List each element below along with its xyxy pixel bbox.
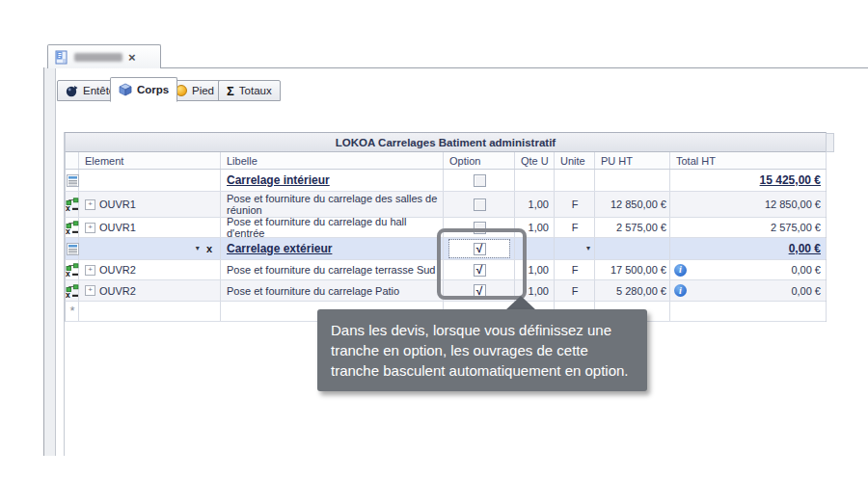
col-header-indicator: [66, 152, 79, 170]
ouvrage-icon: x: [66, 198, 79, 211]
row-indicator[interactable]: x: [66, 218, 79, 237]
svg-text:x: x: [66, 289, 70, 297]
element-cell[interactable]: ▾ x: [79, 238, 221, 259]
tooltip-text: Dans les devis, lorsque vous définissez …: [331, 322, 629, 379]
col-header-element[interactable]: Element: [79, 152, 221, 170]
tab-corps[interactable]: Corps: [110, 77, 177, 102]
row-indicator[interactable]: [66, 238, 79, 259]
document-tab[interactable]: ×: [47, 44, 161, 68]
tab-label: Corps: [137, 84, 169, 95]
entete-icon: [66, 85, 78, 97]
expand-icon[interactable]: +: [85, 285, 95, 296]
col-header-unite[interactable]: Unite: [555, 152, 595, 170]
total-cell[interactable]: 2 575,00 €: [670, 218, 827, 237]
col-header-puht[interactable]: PU HT: [595, 152, 670, 170]
total-cell[interactable]: 0,00 €: [670, 238, 827, 259]
tooltip-arrow: [505, 296, 536, 310]
unite-cell[interactable]: F: [555, 280, 595, 301]
document-icon: [54, 50, 68, 65]
element-cell[interactable]: + OUVR1: [79, 192, 221, 217]
tab-label: Pied: [192, 85, 214, 96]
close-icon[interactable]: ×: [128, 51, 136, 64]
unite-cell[interactable]: ▾: [555, 238, 595, 259]
row-indicator[interactable]: [66, 170, 79, 191]
pu-cell[interactable]: 17 500,00 €: [595, 260, 670, 279]
tab-totaux[interactable]: Σ Totaux: [218, 80, 281, 101]
pane-border: [148, 67, 868, 68]
element-cell[interactable]: [79, 170, 221, 191]
new-row-icon: *: [69, 305, 74, 317]
element-cell[interactable]: + OUVR2: [79, 260, 221, 279]
ouvrage-icon: x: [66, 263, 79, 277]
dropdown-icon[interactable]: ▾: [586, 243, 590, 254]
row-indicator[interactable]: x: [66, 260, 79, 279]
unite-cell[interactable]: [555, 170, 595, 191]
tab-label: Totaux: [239, 85, 272, 96]
table-row-tranche[interactable]: Carrelage intérieur 15 425,00 €: [65, 170, 826, 192]
libelle-cell[interactable]: Carrelage intérieur: [221, 170, 444, 191]
unite-cell[interactable]: F: [555, 192, 595, 217]
info-icon[interactable]: i: [674, 264, 687, 277]
unite-cell[interactable]: F: [555, 218, 595, 237]
tranche-icon: [67, 174, 79, 187]
ouvrage-icon: x: [66, 221, 79, 234]
sigma-icon: Σ: [227, 84, 234, 98]
corps-icon: [119, 83, 132, 96]
pu-cell[interactable]: 5 280,00 €: [595, 280, 670, 301]
element-code: OUVR2: [99, 285, 136, 297]
document-title-blurred: [74, 53, 122, 62]
pu-cell[interactable]: 2 575,00 €: [595, 218, 670, 237]
clear-icon[interactable]: x: [206, 243, 212, 254]
ouvrage-icon: x: [66, 284, 79, 298]
element-code: OUVR1: [99, 199, 136, 210]
table-row-ouvrage[interactable]: x + OUVR1 Pose et fourniture du carrelag…: [65, 192, 826, 218]
row-indicator[interactable]: x: [66, 280, 79, 301]
option-highlight-box: [437, 228, 527, 300]
row-indicator[interactable]: *: [66, 302, 79, 321]
grid-column-headers: Element Libelle Option Qte U Unite PU HT…: [65, 152, 826, 170]
libelle-cell[interactable]: Pose et fourniture du carrelage terrasse…: [221, 260, 444, 279]
pane-left-edge: [43, 67, 56, 456]
tooltip: Dans les devis, lorsque vous définissez …: [317, 309, 647, 391]
pu-cell[interactable]: [595, 238, 670, 259]
total-cell[interactable]: [670, 302, 827, 321]
svg-text:x: x: [66, 269, 70, 277]
expand-icon[interactable]: +: [85, 265, 95, 276]
expand-icon[interactable]: +: [85, 223, 95, 233]
option-cell[interactable]: [444, 170, 515, 191]
svg-text:x: x: [66, 203, 70, 211]
element-cell[interactable]: + OUVR2: [79, 280, 221, 301]
libelle-cell[interactable]: Carrelage extérieur: [221, 238, 444, 259]
option-cell[interactable]: [444, 192, 515, 217]
qte-cell[interactable]: 1,00: [515, 192, 555, 217]
svg-text:x: x: [66, 226, 70, 234]
col-header-option[interactable]: Option: [444, 152, 515, 170]
libelle-cell[interactable]: Pose et fourniture du carrelage des sall…: [221, 192, 444, 217]
grid-group-title: LOKOA Carrelages Batiment administratif: [65, 133, 826, 152]
tranche-icon: [67, 243, 79, 255]
unite-cell[interactable]: F: [555, 260, 595, 279]
row-indicator[interactable]: x: [66, 192, 79, 217]
libelle-cell[interactable]: Pose et fourniture du carrelage Patio: [221, 280, 444, 301]
grid-header-stub: [827, 133, 834, 152]
element-cell[interactable]: [79, 302, 221, 321]
option-checkbox[interactable]: [474, 174, 486, 187]
pu-cell[interactable]: [595, 170, 670, 191]
option-checkbox[interactable]: [474, 199, 486, 211]
col-header-totalht[interactable]: Total HT: [670, 152, 827, 170]
total-cell[interactable]: i 0,00 €: [670, 260, 827, 279]
col-header-libelle[interactable]: Libelle: [221, 152, 444, 170]
qte-cell[interactable]: [515, 170, 555, 191]
element-code: OUVR1: [99, 222, 136, 233]
total-cell[interactable]: 15 425,00 €: [670, 170, 827, 191]
libelle-cell[interactable]: Pose et fourniture du carrelage du hall …: [221, 218, 444, 237]
pu-cell[interactable]: 12 850,00 €: [595, 192, 670, 217]
element-code: OUVR2: [99, 264, 136, 276]
info-icon[interactable]: i: [674, 284, 687, 297]
col-header-qteu[interactable]: Qte U: [515, 152, 555, 170]
element-cell[interactable]: + OUVR1: [79, 218, 221, 237]
dropdown-icon[interactable]: ▾: [196, 243, 200, 254]
total-cell[interactable]: i 0,00 €: [670, 280, 827, 301]
expand-icon[interactable]: +: [85, 199, 95, 210]
total-cell[interactable]: 12 850,00 €: [670, 192, 827, 217]
